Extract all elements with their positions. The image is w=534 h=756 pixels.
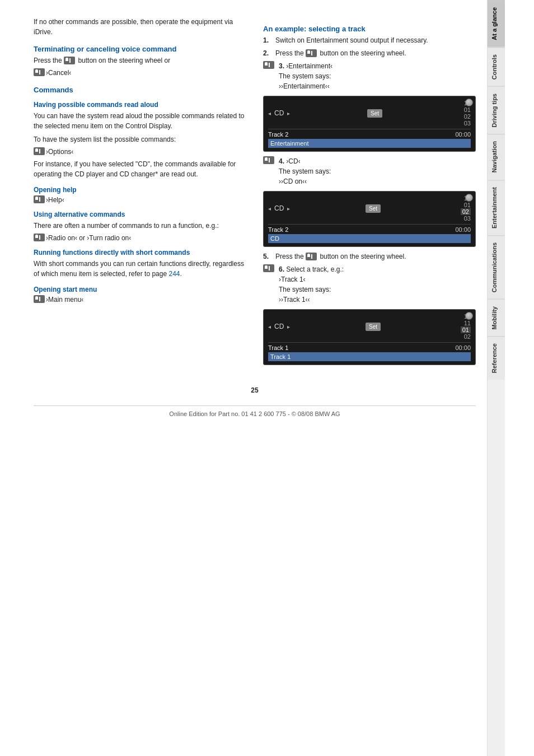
help-command: ›Help‹ [34, 196, 246, 204]
cd-bar-3: Track 1 [268, 352, 471, 361]
voice-icon [263, 264, 274, 272]
step-3: 3. ›Entertainment‹ The system says: ››En… [263, 61, 476, 91]
step-6: 6. Select a track, e.g.: ›Track 1‹ The s… [263, 264, 476, 305]
cd-footer-3: Track 1 00:00 [268, 342, 471, 351]
sidebar-tab-at-a-glance[interactable]: At a glance [488, 0, 505, 47]
main-menu-command: ›Main menu‹ [34, 296, 246, 304]
sidebar-tab-reference[interactable]: Reference [488, 336, 505, 380]
running-functions-heading: Running functions directly with short co… [34, 249, 246, 256]
using-alternative-heading: Using alternative commands [34, 211, 246, 218]
voice-icon [34, 295, 45, 303]
cd-knob-3 [465, 312, 473, 320]
footer-text: Online Edition for Part no. 01 41 2 600 … [34, 405, 476, 417]
step-2: 2. Press the button on the steering whee… [263, 48, 476, 58]
voice-icon [263, 156, 274, 164]
sidebar-tab-mobility[interactable]: Mobility [488, 299, 505, 337]
cd-footer-1: Track 2 00:00 [268, 129, 471, 138]
step-5: 5. Press the button on the steering whee… [263, 251, 476, 262]
voice-icon [34, 195, 45, 203]
cd-knob-2 [465, 194, 473, 202]
set-button-3: Set [366, 323, 381, 331]
options-command: ›Options‹ [34, 148, 246, 156]
voice-icon [306, 253, 317, 260]
voice-icon [34, 234, 45, 241]
page-number: 25 [34, 386, 476, 394]
commands-heading: Commands [34, 86, 246, 94]
sidebar-tab-navigation[interactable]: Navigation [488, 134, 505, 179]
terminating-heading: Terminating or canceling voice command [34, 45, 246, 53]
running-functions-body: With short commands you can run certain … [34, 259, 246, 279]
terminating-body: Press the button on the steering wheel o… [34, 55, 246, 66]
set-button-1: Set [367, 109, 382, 118]
steering-wheel-button-icon [64, 57, 75, 64]
sidebar-tab-controls[interactable]: Controls [488, 47, 505, 86]
right-column: An example: selecting a track 1. Switch … [263, 17, 476, 370]
page-244-link[interactable]: 244 [168, 270, 180, 278]
sidebar-tabs: At a glance Controls Driving tips Naviga… [487, 0, 505, 756]
cd-bar-2: CD [268, 234, 471, 243]
cd-display-3: ◂ CD ▸ Set 10 11 01 02 Track 1 00:00 [263, 309, 476, 365]
sidebar-tab-communications[interactable]: Communications [488, 235, 505, 299]
using-alternative-body: There are often a number of commands to … [34, 221, 246, 231]
voice-icon [263, 61, 274, 69]
step-1: 1. Switch on Entertainment sound output … [263, 35, 476, 45]
step-4: 4. ›CD‹ The system says: ››CD on‹‹ [263, 156, 476, 186]
sidebar-tab-entertainment[interactable]: Entertainment [488, 180, 505, 235]
cd-display-2: ◂ CD ▸ Set 11 01 02 03 Track 2 00:00 [263, 191, 476, 247]
cd-knob [465, 99, 473, 106]
example-heading: An example: selecting a track [263, 25, 476, 33]
having-commands-heading: Having possible commands read aloud [34, 101, 246, 109]
main-content: If no other commands are possible, then … [0, 0, 487, 756]
voice-icon [34, 68, 45, 76]
options-note: For instance, if you have selected "CD",… [34, 159, 246, 179]
radio-command: ›Radio on‹ or ›Turn radio on‹ [34, 234, 246, 242]
having-commands-body2: To have the system list the possible com… [34, 134, 246, 144]
set-button-2: Set [366, 204, 381, 213]
voice-icon [34, 147, 45, 155]
opening-start-heading: Opening start menu [34, 286, 246, 293]
voice-icon [306, 49, 317, 57]
opening-help-heading: Opening help [34, 186, 246, 194]
cancel-command: ›Cancel‹ [34, 69, 246, 77]
cd-bar-1: Entertainment [268, 139, 471, 148]
sidebar-tab-driving-tips[interactable]: Driving tips [488, 86, 505, 134]
page-footer-area: 25 Online Edition for Part no. 01 41 2 6… [34, 386, 476, 417]
intro-text: If no other commands are possible, then … [34, 17, 246, 37]
having-commands-body1: You can have the system read aloud the p… [34, 111, 246, 131]
left-column: If no other commands are possible, then … [34, 17, 246, 370]
cd-footer-2: Track 2 00:00 [268, 224, 471, 233]
cd-display-1: ◂ CD ▸ Set 11 01 02 03 Track 2 00:00 [263, 96, 476, 152]
